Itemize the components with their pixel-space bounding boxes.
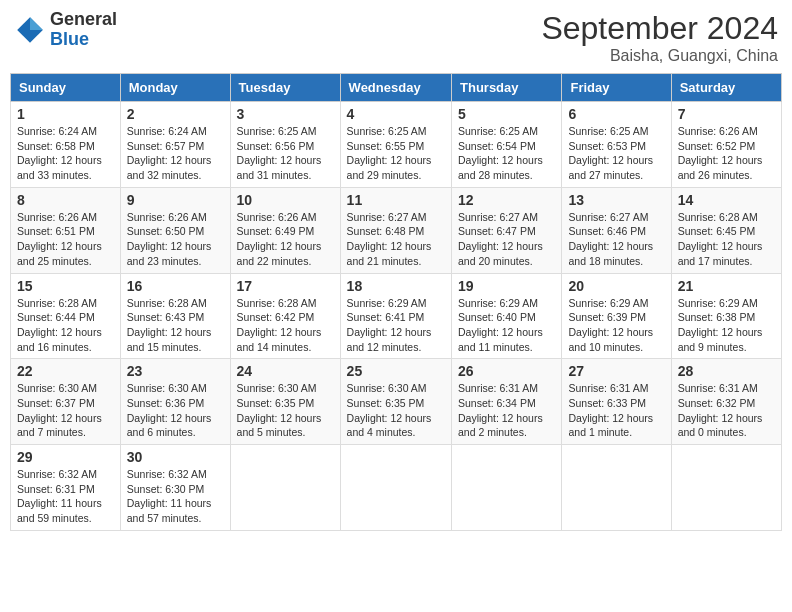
calendar-cell: 22Sunrise: 6:30 AMSunset: 6:37 PMDayligh… [11, 359, 121, 445]
day-info: Sunrise: 6:29 AMSunset: 6:38 PMDaylight:… [678, 296, 775, 355]
day-info: Sunrise: 6:26 AMSunset: 6:51 PMDaylight:… [17, 210, 114, 269]
day-info: Sunrise: 6:30 AMSunset: 6:35 PMDaylight:… [237, 381, 334, 440]
day-number: 10 [237, 192, 334, 208]
calendar-week-row: 8Sunrise: 6:26 AMSunset: 6:51 PMDaylight… [11, 187, 782, 273]
day-number: 21 [678, 278, 775, 294]
calendar-cell: 19Sunrise: 6:29 AMSunset: 6:40 PMDayligh… [452, 273, 562, 359]
weekday-header-monday: Monday [120, 74, 230, 102]
day-number: 6 [568, 106, 664, 122]
calendar-cell: 9Sunrise: 6:26 AMSunset: 6:50 PMDaylight… [120, 187, 230, 273]
day-info: Sunrise: 6:31 AMSunset: 6:32 PMDaylight:… [678, 381, 775, 440]
day-info: Sunrise: 6:28 AMSunset: 6:45 PMDaylight:… [678, 210, 775, 269]
svg-marker-1 [30, 17, 43, 30]
day-info: Sunrise: 6:24 AMSunset: 6:58 PMDaylight:… [17, 124, 114, 183]
day-info: Sunrise: 6:26 AMSunset: 6:50 PMDaylight:… [127, 210, 224, 269]
calendar-cell: 14Sunrise: 6:28 AMSunset: 6:45 PMDayligh… [671, 187, 781, 273]
calendar-cell: 30Sunrise: 6:32 AMSunset: 6:30 PMDayligh… [120, 445, 230, 531]
calendar-week-row: 29Sunrise: 6:32 AMSunset: 6:31 PMDayligh… [11, 445, 782, 531]
day-number: 4 [347, 106, 445, 122]
day-info: Sunrise: 6:29 AMSunset: 6:40 PMDaylight:… [458, 296, 555, 355]
day-info: Sunrise: 6:29 AMSunset: 6:41 PMDaylight:… [347, 296, 445, 355]
day-info: Sunrise: 6:27 AMSunset: 6:48 PMDaylight:… [347, 210, 445, 269]
day-number: 13 [568, 192, 664, 208]
day-number: 12 [458, 192, 555, 208]
calendar-cell: 26Sunrise: 6:31 AMSunset: 6:34 PMDayligh… [452, 359, 562, 445]
day-number: 1 [17, 106, 114, 122]
logo: General Blue [14, 10, 117, 50]
day-info: Sunrise: 6:28 AMSunset: 6:43 PMDaylight:… [127, 296, 224, 355]
day-info: Sunrise: 6:30 AMSunset: 6:37 PMDaylight:… [17, 381, 114, 440]
calendar-cell [230, 445, 340, 531]
day-number: 20 [568, 278, 664, 294]
day-info: Sunrise: 6:26 AMSunset: 6:52 PMDaylight:… [678, 124, 775, 183]
calendar-cell: 12Sunrise: 6:27 AMSunset: 6:47 PMDayligh… [452, 187, 562, 273]
calendar-cell [671, 445, 781, 531]
calendar-cell: 5Sunrise: 6:25 AMSunset: 6:54 PMDaylight… [452, 102, 562, 188]
day-number: 2 [127, 106, 224, 122]
calendar-table: SundayMondayTuesdayWednesdayThursdayFrid… [10, 73, 782, 531]
title-block: September 2024 Baisha, Guangxi, China [541, 10, 778, 65]
day-info: Sunrise: 6:30 AMSunset: 6:36 PMDaylight:… [127, 381, 224, 440]
day-info: Sunrise: 6:25 AMSunset: 6:55 PMDaylight:… [347, 124, 445, 183]
day-number: 28 [678, 363, 775, 379]
day-info: Sunrise: 6:25 AMSunset: 6:53 PMDaylight:… [568, 124, 664, 183]
calendar-cell [452, 445, 562, 531]
calendar-cell: 23Sunrise: 6:30 AMSunset: 6:36 PMDayligh… [120, 359, 230, 445]
calendar-week-row: 1Sunrise: 6:24 AMSunset: 6:58 PMDaylight… [11, 102, 782, 188]
calendar-cell: 29Sunrise: 6:32 AMSunset: 6:31 PMDayligh… [11, 445, 121, 531]
day-info: Sunrise: 6:28 AMSunset: 6:44 PMDaylight:… [17, 296, 114, 355]
day-number: 30 [127, 449, 224, 465]
day-number: 17 [237, 278, 334, 294]
weekday-header-saturday: Saturday [671, 74, 781, 102]
day-number: 22 [17, 363, 114, 379]
location: Baisha, Guangxi, China [541, 47, 778, 65]
calendar-cell [562, 445, 671, 531]
day-number: 29 [17, 449, 114, 465]
day-number: 15 [17, 278, 114, 294]
day-number: 5 [458, 106, 555, 122]
calendar-cell: 24Sunrise: 6:30 AMSunset: 6:35 PMDayligh… [230, 359, 340, 445]
day-info: Sunrise: 6:31 AMSunset: 6:33 PMDaylight:… [568, 381, 664, 440]
day-number: 7 [678, 106, 775, 122]
day-number: 11 [347, 192, 445, 208]
calendar-cell [340, 445, 451, 531]
day-info: Sunrise: 6:30 AMSunset: 6:35 PMDaylight:… [347, 381, 445, 440]
calendar-cell: 18Sunrise: 6:29 AMSunset: 6:41 PMDayligh… [340, 273, 451, 359]
calendar-cell: 4Sunrise: 6:25 AMSunset: 6:55 PMDaylight… [340, 102, 451, 188]
month-title: September 2024 [541, 10, 778, 47]
calendar-cell: 27Sunrise: 6:31 AMSunset: 6:33 PMDayligh… [562, 359, 671, 445]
calendar-cell: 20Sunrise: 6:29 AMSunset: 6:39 PMDayligh… [562, 273, 671, 359]
calendar-cell: 6Sunrise: 6:25 AMSunset: 6:53 PMDaylight… [562, 102, 671, 188]
day-info: Sunrise: 6:27 AMSunset: 6:46 PMDaylight:… [568, 210, 664, 269]
weekday-header-row: SundayMondayTuesdayWednesdayThursdayFrid… [11, 74, 782, 102]
calendar-cell: 11Sunrise: 6:27 AMSunset: 6:48 PMDayligh… [340, 187, 451, 273]
day-info: Sunrise: 6:25 AMSunset: 6:56 PMDaylight:… [237, 124, 334, 183]
day-number: 27 [568, 363, 664, 379]
day-info: Sunrise: 6:28 AMSunset: 6:42 PMDaylight:… [237, 296, 334, 355]
calendar-cell: 16Sunrise: 6:28 AMSunset: 6:43 PMDayligh… [120, 273, 230, 359]
day-info: Sunrise: 6:24 AMSunset: 6:57 PMDaylight:… [127, 124, 224, 183]
calendar-cell: 25Sunrise: 6:30 AMSunset: 6:35 PMDayligh… [340, 359, 451, 445]
day-info: Sunrise: 6:31 AMSunset: 6:34 PMDaylight:… [458, 381, 555, 440]
calendar-cell: 17Sunrise: 6:28 AMSunset: 6:42 PMDayligh… [230, 273, 340, 359]
day-number: 23 [127, 363, 224, 379]
weekday-header-friday: Friday [562, 74, 671, 102]
day-number: 3 [237, 106, 334, 122]
day-info: Sunrise: 6:26 AMSunset: 6:49 PMDaylight:… [237, 210, 334, 269]
weekday-header-thursday: Thursday [452, 74, 562, 102]
calendar-week-row: 22Sunrise: 6:30 AMSunset: 6:37 PMDayligh… [11, 359, 782, 445]
calendar-cell: 21Sunrise: 6:29 AMSunset: 6:38 PMDayligh… [671, 273, 781, 359]
logo-icon [14, 14, 46, 46]
page-header: General Blue September 2024 Baisha, Guan… [10, 10, 782, 65]
day-number: 26 [458, 363, 555, 379]
day-number: 24 [237, 363, 334, 379]
weekday-header-sunday: Sunday [11, 74, 121, 102]
day-info: Sunrise: 6:29 AMSunset: 6:39 PMDaylight:… [568, 296, 664, 355]
day-number: 9 [127, 192, 224, 208]
weekday-header-wednesday: Wednesday [340, 74, 451, 102]
calendar-cell: 15Sunrise: 6:28 AMSunset: 6:44 PMDayligh… [11, 273, 121, 359]
logo-text: General Blue [50, 10, 117, 50]
day-number: 8 [17, 192, 114, 208]
weekday-header-tuesday: Tuesday [230, 74, 340, 102]
calendar-cell: 28Sunrise: 6:31 AMSunset: 6:32 PMDayligh… [671, 359, 781, 445]
